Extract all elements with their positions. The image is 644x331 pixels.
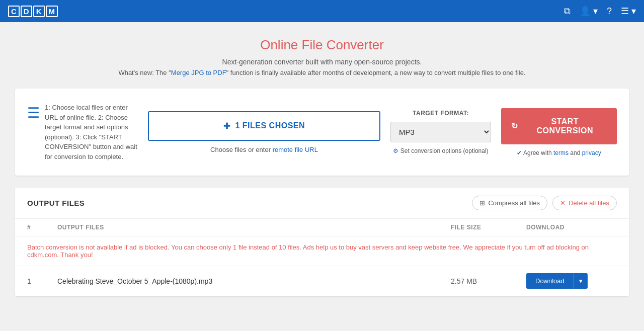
user-menu-icon[interactable]: ☰ ▾	[621, 6, 636, 17]
agree-prefix: Agree with	[523, 149, 553, 156]
download-dropdown-button[interactable]: ▾	[574, 273, 588, 289]
compress-icon: ⊞	[479, 199, 485, 207]
logo-letter-d: D	[21, 6, 32, 17]
agree-text: ✔ Agree with terms and privacy	[517, 149, 601, 156]
file-name: Celebrating Steve_October 5_Apple-(1080p…	[57, 277, 451, 285]
page-title: Online File Converter	[15, 37, 629, 53]
header: C D K M ⧉ 👤 ▾ ? ☰ ▾	[0, 0, 644, 22]
conversion-options-optional: (optional)	[463, 147, 489, 154]
whatsnew-suffix: " function is finally available after mo…	[226, 69, 526, 76]
col-num: #	[27, 224, 57, 231]
output-section: OUTPUT FILES ⊞ Compress all files ✕ Dele…	[15, 188, 629, 296]
layers-icon[interactable]: ⧉	[564, 6, 571, 17]
compress-all-button[interactable]: ⊞ Compress all files	[472, 196, 547, 210]
target-format-label: TARGET FORMAT:	[413, 110, 469, 117]
instructions-text: 1: Choose local files or enter URL of on…	[45, 103, 138, 161]
agree-and: and	[569, 149, 582, 156]
logo-letter-c: C	[8, 6, 20, 17]
page-subtitle: Next-generation converter built with man…	[15, 58, 629, 66]
target-format-area: TARGET FORMAT: MP3 MP4 AVI MOV WAV AAC O…	[390, 110, 491, 154]
plus-icon: ✚	[223, 121, 230, 131]
remote-url-text: Choose files or enter remote file URL	[210, 146, 318, 153]
download-area: Download ▾	[526, 273, 617, 289]
refresh-icon: ↻	[511, 121, 518, 131]
help-icon[interactable]: ?	[607, 6, 612, 17]
logo-letter-m: M	[46, 6, 58, 17]
terms-link[interactable]: terms	[553, 149, 569, 156]
header-right: ⧉ 👤 ▾ ? ☰ ▾	[564, 6, 636, 17]
start-conversion-area: ↻ START CONVERSION ✔ Agree with terms an…	[501, 108, 617, 156]
delete-all-button[interactable]: ✕ Delete all files	[552, 196, 617, 210]
check-icon: ✔	[517, 149, 522, 156]
page-whatsnew: What's new: The "Merge JPG to PDF" funct…	[15, 69, 629, 76]
remote-text: Choose files or enter	[210, 146, 271, 153]
output-actions: ⊞ Compress all files ✕ Delete all files	[472, 196, 617, 210]
col-download: DOWNLOAD	[526, 224, 617, 231]
table-row: 1 Celebrating Steve_October 5_Apple-(108…	[15, 266, 629, 296]
conversion-options-label: Set conversion options	[400, 147, 461, 154]
file-size: 2.57 MB	[451, 277, 526, 285]
conversion-options-link[interactable]: ⚙ Set conversion options (optional)	[393, 147, 488, 154]
converter-card: ☰ 1: Choose local files or enter URL of …	[15, 89, 629, 176]
remote-url-link[interactable]: remote file URL	[273, 146, 318, 153]
whatsnew-link[interactable]: Merge JPG to PDF	[171, 69, 226, 76]
ad-block-warning: Batch conversion is not available if ad …	[15, 236, 629, 266]
format-select[interactable]: MP3 MP4 AVI MOV WAV AAC OGG FLAC	[390, 122, 491, 142]
choose-files-label: 1 FILES CHOSEN	[235, 121, 305, 130]
delete-label: Delete all files	[569, 199, 609, 207]
privacy-link[interactable]: privacy	[582, 149, 601, 156]
list-icon: ☰	[27, 103, 40, 124]
instructions: ☰ 1: Choose local files or enter URL of …	[27, 103, 138, 161]
choose-files-button[interactable]: ✚ 1 FILES CHOSEN	[148, 111, 380, 141]
table-header: # OUTPUT FILES FILE SIZE DOWNLOAD	[15, 219, 629, 236]
file-num: 1	[27, 277, 57, 285]
output-title: OUTPUT FILES	[27, 199, 85, 207]
whatsnew-prefix: What's new: The "	[118, 69, 171, 76]
start-conversion-label: START CONVERSION	[523, 117, 607, 135]
col-files: OUTPUT FILES	[57, 224, 451, 231]
col-size: FILE SIZE	[451, 224, 526, 231]
compress-label: Compress all files	[488, 199, 540, 207]
choose-files-area: ✚ 1 FILES CHOSEN Choose files or enter r…	[148, 111, 380, 153]
start-conversion-button[interactable]: ↻ START CONVERSION	[501, 108, 617, 144]
logo-letter-k: K	[33, 6, 45, 17]
delete-icon: ✕	[560, 199, 566, 207]
logo: C D K M	[8, 6, 58, 17]
download-button[interactable]: Download	[526, 273, 574, 289]
user-icon[interactable]: 👤 ▾	[580, 6, 598, 17]
output-header: OUTPUT FILES ⊞ Compress all files ✕ Dele…	[15, 188, 629, 219]
main-content: Online File Converter Next-generation co…	[5, 22, 639, 311]
